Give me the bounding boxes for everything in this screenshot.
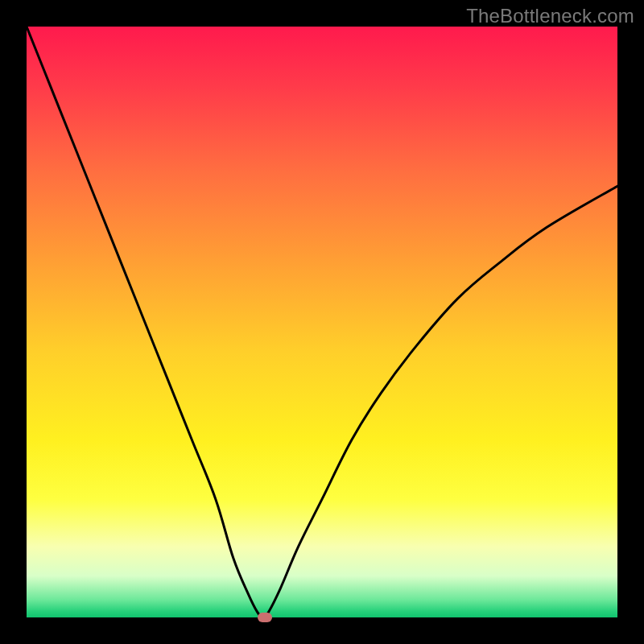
plot-area [27, 27, 617, 617]
optimal-point-marker [258, 613, 272, 622]
chart-frame: TheBottleneck.com [0, 0, 644, 644]
watermark-text: TheBottleneck.com [466, 5, 634, 27]
bottleneck-curve [27, 27, 617, 617]
